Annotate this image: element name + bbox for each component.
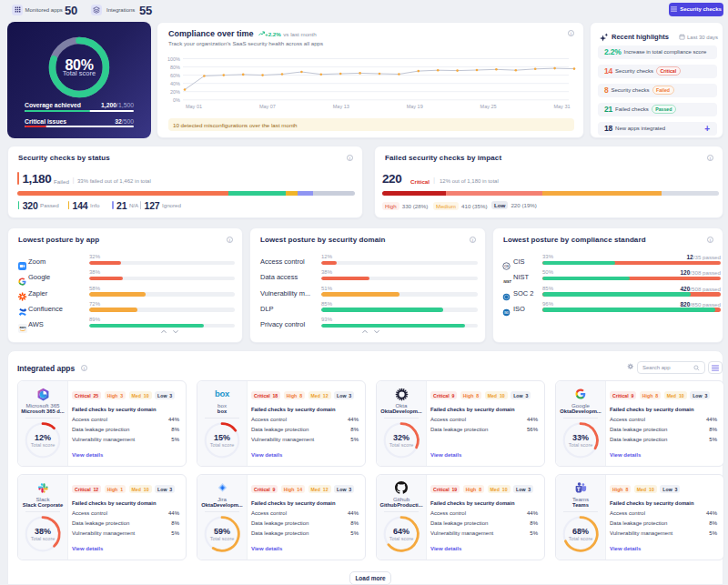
svg-text:80%: 80% <box>170 65 180 70</box>
svg-text:CIS: CIS <box>504 264 509 267</box>
svg-text:aws: aws <box>19 326 25 329</box>
svg-text:40%: 40% <box>170 81 180 86</box>
svg-text:NIST: NIST <box>503 280 511 284</box>
svg-text:20%: 20% <box>170 89 180 95</box>
svg-text:May 19: May 19 <box>407 104 423 109</box>
svg-text:May 01: May 01 <box>186 104 202 109</box>
svg-text:May 31: May 31 <box>553 104 570 109</box>
svg-text:May 13: May 13 <box>333 104 349 109</box>
svg-text:May 25: May 25 <box>480 104 497 109</box>
svg-text:100%: 100% <box>167 56 180 62</box>
svg-text:0%: 0% <box>173 97 180 103</box>
svg-text:60%: 60% <box>170 73 180 78</box>
svg-text:May 07: May 07 <box>259 104 276 109</box>
